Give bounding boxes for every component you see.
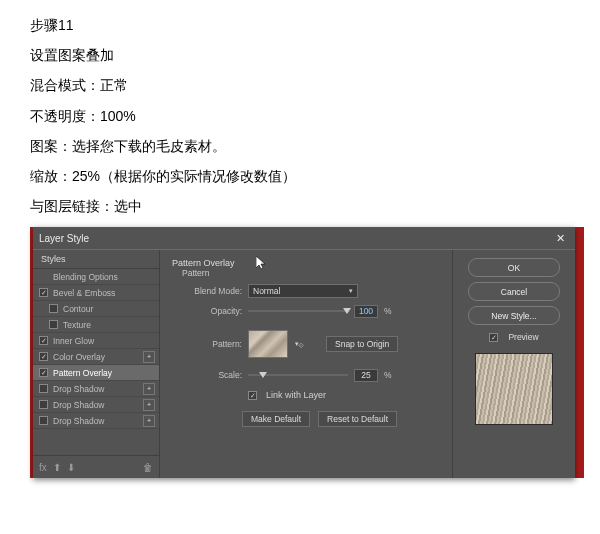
fx-menu-icon[interactable]: fx	[39, 462, 47, 473]
opacity-input[interactable]: 100	[354, 305, 378, 318]
scale-label: Scale:	[168, 370, 248, 380]
ok-button[interactable]: OK	[468, 258, 560, 277]
checkbox-icon[interactable]	[39, 384, 48, 393]
add-effect-icon[interactable]: +	[143, 399, 155, 411]
checkbox-icon[interactable]: ✓	[39, 368, 48, 377]
group-title: Pattern Overlay	[168, 256, 444, 268]
sidebar-item-label: Texture	[63, 320, 91, 330]
instruction-line: 缩放：25%（根据你的实际情况修改数值）	[30, 167, 584, 185]
link-with-layer-label: Link with Layer	[266, 390, 326, 400]
checkbox-icon[interactable]: ✓	[39, 336, 48, 345]
group-subtitle: Pattern	[168, 268, 444, 282]
trash-icon[interactable]: 🗑	[143, 462, 153, 473]
sidebar-item-bevel-emboss[interactable]: ✓ Bevel & Emboss	[33, 285, 159, 301]
link-with-layer-checkbox[interactable]: ✓	[248, 391, 257, 400]
make-default-button[interactable]: Make Default	[242, 411, 310, 427]
sidebar-item-label: Contour	[63, 304, 93, 314]
add-effect-icon[interactable]: +	[143, 383, 155, 395]
move-down-icon[interactable]: ⬇	[67, 462, 75, 473]
sidebar-item-texture[interactable]: Texture	[33, 317, 159, 333]
add-effect-icon[interactable]: +	[143, 415, 155, 427]
dialog-title: Layer Style	[39, 233, 89, 244]
sidebar-item-inner-glow[interactable]: ✓ Inner Glow	[33, 333, 159, 349]
add-effect-icon[interactable]: +	[143, 351, 155, 363]
new-style-button[interactable]: New Style...	[468, 306, 560, 325]
percent-label: %	[384, 370, 392, 380]
chevron-down-icon[interactable]: ▾	[295, 340, 299, 348]
dialog-titlebar[interactable]: Layer Style ✕	[33, 227, 575, 250]
blend-mode-label: Blend Mode:	[168, 286, 248, 296]
step-title: 步骤11	[30, 16, 584, 34]
snap-to-origin-button[interactable]: Snap to Origin	[326, 336, 398, 352]
sidebar-item-color-overlay[interactable]: ✓ Color Overlay +	[33, 349, 159, 365]
sidebar-item-label: Inner Glow	[53, 336, 94, 346]
right-column: OK Cancel New Style... ✓ Preview	[452, 250, 575, 478]
sidebar-item-drop-shadow[interactable]: Drop Shadow +	[33, 397, 159, 413]
percent-label: %	[384, 306, 392, 316]
preview-label: Preview	[508, 332, 538, 342]
instruction-line: 混合模式：正常	[30, 76, 584, 94]
checkbox-icon[interactable]: ✓	[39, 352, 48, 361]
sidebar-item-label: Bevel & Emboss	[53, 288, 115, 298]
close-icon[interactable]: ✕	[552, 232, 569, 245]
pattern-label: Pattern:	[168, 339, 248, 349]
checkbox-icon[interactable]: ✓	[39, 288, 48, 297]
scale-input[interactable]: 25	[354, 369, 378, 382]
reset-default-button[interactable]: Reset to Default	[318, 411, 397, 427]
sidebar-item-label: Drop Shadow	[53, 400, 105, 410]
checkbox-icon[interactable]	[49, 320, 58, 329]
move-up-icon[interactable]: ⬆	[53, 462, 61, 473]
sidebar-item-label: Color Overlay	[53, 352, 105, 362]
sidebar-item-contour[interactable]: Contour	[33, 301, 159, 317]
chevron-down-icon: ▾	[349, 287, 353, 295]
checkbox-icon[interactable]	[39, 416, 48, 425]
sidebar-item-pattern-overlay[interactable]: ✓ Pattern Overlay	[33, 365, 159, 381]
screenshot-frame: Layer Style ✕ Styles Blending Options ✓ …	[30, 227, 584, 478]
sidebar-item-label: Pattern Overlay	[53, 368, 112, 378]
checkbox-icon[interactable]	[39, 400, 48, 409]
instruction-block: 步骤11 设置图案叠加 混合模式：正常 不透明度：100% 图案：选择您下载的毛…	[30, 16, 584, 215]
instruction-line: 不透明度：100%	[30, 107, 584, 125]
blend-mode-value: Normal	[253, 286, 280, 296]
sidebar-item-drop-shadow[interactable]: Drop Shadow +	[33, 413, 159, 429]
layer-style-dialog: Layer Style ✕ Styles Blending Options ✓ …	[33, 227, 575, 478]
styles-sidebar: Styles Blending Options ✓ Bevel & Emboss…	[33, 250, 160, 478]
sidebar-item-label: Drop Shadow	[53, 384, 105, 394]
preview-thumbnail	[475, 353, 553, 425]
settings-panel: Pattern Overlay Pattern Blend Mode: Norm…	[160, 250, 452, 478]
opacity-slider[interactable]	[248, 310, 348, 312]
sidebar-item-label: Drop Shadow	[53, 416, 105, 426]
cancel-button[interactable]: Cancel	[468, 282, 560, 301]
preview-checkbox[interactable]: ✓	[489, 333, 498, 342]
instruction-line: 与图层链接：选中	[30, 197, 584, 215]
instruction-line: 图案：选择您下载的毛皮素材。	[30, 137, 584, 155]
slider-thumb-icon[interactable]	[343, 308, 351, 314]
styles-header[interactable]: Styles	[33, 250, 159, 269]
scale-slider[interactable]	[248, 374, 348, 376]
styles-footer: fx ⬆ ⬇ 🗑	[33, 455, 159, 478]
sidebar-item-blending-options[interactable]: Blending Options	[33, 269, 159, 285]
sidebar-item-drop-shadow[interactable]: Drop Shadow +	[33, 381, 159, 397]
opacity-label: Opacity:	[168, 306, 248, 316]
pattern-swatch[interactable]: ▾	[248, 330, 288, 358]
blend-mode-select[interactable]: Normal ▾	[248, 284, 358, 298]
sidebar-item-label: Blending Options	[53, 272, 118, 282]
slider-thumb-icon[interactable]	[259, 372, 267, 378]
checkbox-icon[interactable]	[49, 304, 58, 313]
instruction-line: 设置图案叠加	[30, 46, 584, 64]
